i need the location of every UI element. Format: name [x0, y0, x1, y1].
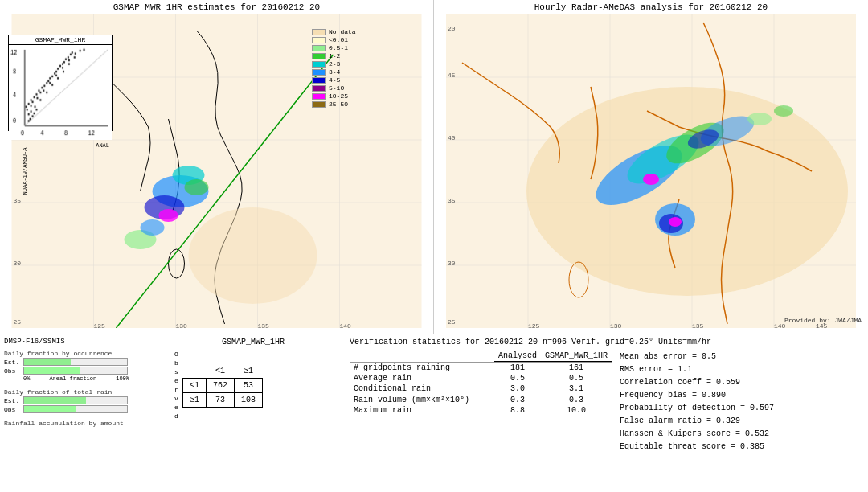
chart1-est-bar: [23, 358, 128, 366]
svg-point-13: [185, 179, 209, 195]
left-map-panel: GSMAP_MWR_1HR estimates for 20160212 20 …: [0, 0, 434, 334]
cont-row2: ≥1 73 108: [183, 393, 263, 408]
stats-item-3: Frequency bias = 0.890: [620, 389, 796, 402]
ver-label-3: Rain volume (mm×km²×10⁶): [350, 394, 494, 405]
bottom-row: DMSP-F16/SSMIS Daily fraction by occurre…: [0, 334, 868, 492]
svg-text:135: 135: [258, 322, 270, 328]
cont-col-header1: <1: [207, 364, 235, 379]
chart1-axis: 0% Areal fraction 100%: [23, 375, 129, 382]
ver-analysed-0: 181: [494, 363, 541, 374]
chart2-obs-label: Obs: [4, 406, 22, 413]
ver-analysed-1: 0.5: [494, 373, 541, 383]
ver-label-2: Conditional rain: [350, 383, 494, 394]
bottom-middle: GSMAP_MWR_1HR Observed <1 ≥1 <1 762: [165, 338, 342, 488]
ver-row-3: Rain volume (mm×km²×10⁶) 0.3 0.3: [350, 394, 612, 405]
svg-text:35: 35: [448, 197, 456, 204]
chart2-obs-bar: [23, 405, 128, 413]
cont-cell-21: 73: [207, 393, 235, 408]
verification-table-wrapper: Analysed GSMAP_MWR_1HR # gridpoints rain…: [350, 351, 612, 453]
stats-item-2: Correlation coeff = 0.559: [620, 376, 796, 389]
ver-gsmap-1: 0.5: [541, 373, 612, 383]
legend-item-2: 0.5-1: [312, 44, 356, 51]
cont-empty-cell: [183, 364, 207, 379]
ver-gsmap-2: 3.1: [541, 383, 612, 394]
chart1-est-fill: [24, 359, 71, 365]
chart1-section: Daily fraction by occurrence Est. Obs 0%…: [4, 350, 161, 382]
chart1-obs-fill: [24, 367, 80, 374]
stats-item-7: Equitable threat score = 0.385: [620, 441, 796, 453]
ver-row-1: Average rain 0.5 0.5: [350, 373, 612, 383]
stats-item-6: Hanssen & Kuipers score = 0.532: [620, 428, 796, 441]
cont-row1: <1 762 53: [183, 379, 263, 393]
svg-text:35: 35: [14, 197, 22, 204]
svg-text:25: 25: [14, 318, 22, 326]
chart1-title: Daily fraction by occurrence: [4, 350, 161, 357]
svg-point-17: [189, 207, 317, 304]
ver-gsmap-0: 161: [541, 363, 612, 374]
svg-text:125: 125: [94, 322, 106, 328]
chart2-obs-row: Obs: [4, 405, 161, 413]
ver-label-0: # gridpoints raining: [350, 363, 494, 374]
legend-color-9: [312, 101, 326, 108]
cont-header-row: <1 ≥1: [183, 364, 263, 379]
legend-overlay: No data<0.010.5-11-22-33-44-55-1010-2525…: [312, 28, 356, 109]
svg-point-14: [159, 209, 178, 222]
ver-analysed-4: 8.8: [494, 405, 541, 416]
chart1-axis-end: 100%: [116, 375, 129, 382]
legend-item-0: No data: [312, 28, 356, 35]
legend-color-0: [312, 29, 326, 35]
svg-point-36: [526, 87, 848, 296]
legend-label-0: No data: [329, 28, 356, 35]
ver-row-4: Maximum rain 8.8 10.0: [350, 405, 612, 416]
legend-item-1: <0.01: [312, 36, 356, 43]
chart2-est-fill: [24, 397, 86, 404]
ver-col-headers: Analysed GSMAP_MWR_1HR: [350, 351, 612, 362]
svg-text:135: 135: [692, 322, 704, 328]
main-container: GSMAP_MWR_1HR estimates for 20160212 20 …: [0, 0, 868, 492]
stats-item-0: Mean abs error = 0.5: [620, 351, 796, 363]
ver-gsmap-3: 0.3: [541, 394, 612, 405]
legend-item-4: 2-3: [312, 60, 356, 68]
obs-label-col: Observed: [173, 351, 180, 421]
bottom-left-charts: DMSP-F16/SSMIS Daily fraction by occurre…: [4, 338, 165, 488]
chart1-obs-bar: [23, 367, 128, 375]
cont-cell-11: 762: [207, 379, 235, 393]
legend-label-7: 5-10: [329, 84, 344, 92]
ver-label-1: Average rain: [350, 373, 494, 383]
chart3-title: Rainfall accumulation by amount: [4, 420, 161, 427]
noaa-label: NOAA-19/AMSU-A: [22, 148, 28, 195]
svg-point-48: [774, 105, 793, 117]
ver-gsmap-4: 10.0: [541, 405, 612, 416]
ver-analysed-3: 0.3: [494, 394, 541, 405]
stats-item-4: Probability of detection = 0.597: [620, 402, 796, 415]
scatter-title: GSMAP_MWR_1HR: [9, 35, 112, 45]
legend-label-8: 10-25: [329, 92, 348, 100]
legend-item-6: 4-5: [312, 76, 356, 84]
right-map-area: 125 130 135 140 145 45 40 35 30 25 20 Pr…: [434, 14, 868, 328]
chart2-title: Daily fraction of total rain: [4, 388, 161, 396]
svg-point-16: [141, 219, 165, 236]
legend-color-5: [312, 69, 326, 76]
chart1-axis-mid: Areal fraction: [49, 375, 96, 382]
cont-cell-22: 108: [235, 393, 263, 408]
cont-col-header2: ≥1: [235, 364, 263, 379]
scatter-inset: GSMAP_MWR_1HR ANAL: [8, 35, 113, 131]
chart1-obs-row: Obs: [4, 367, 161, 375]
svg-point-45: [669, 217, 682, 227]
right-stats-section: Mean abs error = 0.5 RMS error = 1.1 Cor…: [620, 351, 796, 453]
legend-label-1: <0.01: [329, 36, 348, 43]
legend-label-5: 3-4: [329, 68, 340, 76]
svg-text:20: 20: [448, 25, 456, 32]
cont-table-title: GSMAP_MWR_1HR: [173, 338, 334, 346]
legend-label-4: 2-3: [329, 60, 340, 68]
legend-color-6: [312, 77, 326, 84]
ver-label-4: Maximum rain: [350, 405, 494, 416]
legend-label-6: 4-5: [329, 76, 340, 84]
svg-text:125: 125: [528, 322, 540, 328]
svg-point-44: [643, 174, 659, 185]
chart1-est-row: Est.: [4, 358, 161, 366]
legend-item-9: 25-50: [312, 100, 356, 108]
svg-text:130: 130: [610, 322, 622, 328]
svg-text:25: 25: [448, 318, 456, 326]
legend-color-2: [312, 45, 326, 51]
